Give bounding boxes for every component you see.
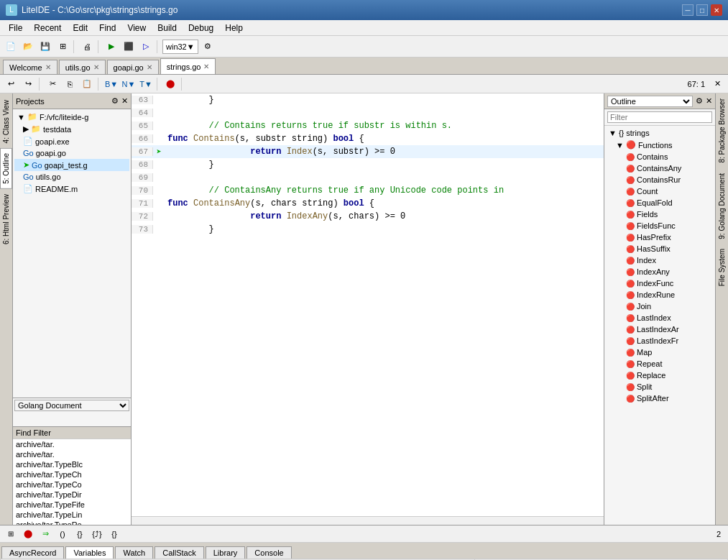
line-content[interactable]: return Index(s, substr) >= 0 (165, 147, 395, 157)
minimize-button[interactable]: ─ (682, 4, 694, 16)
find-item[interactable]: archive/tar.TypeBlc (13, 459, 131, 469)
project-settings-icon[interactable]: ⚙ (111, 96, 119, 106)
debug-tb-5[interactable]: {} (72, 526, 88, 542)
tree-testdata[interactable]: ▶ 📁 testdata (14, 123, 129, 135)
tab-close-3[interactable]: ✕ (203, 63, 209, 70)
outline-item[interactable]: 🔴 LastIndexAr (606, 323, 714, 335)
outline-item[interactable]: 🔴 Index (606, 254, 714, 266)
line-content[interactable]: } (165, 224, 214, 234)
menu-item-view[interactable]: View (121, 22, 152, 35)
tree-goapi-test[interactable]: ➤ Go goapi_test.g (14, 159, 129, 171)
outline-item[interactable]: 🔴 Replace (606, 369, 714, 381)
outline-item[interactable]: 🔴 IndexAny (606, 266, 714, 277)
code-button[interactable]: T▼ (138, 76, 154, 92)
tab-utils-go[interactable]: utils.go✕ (59, 60, 106, 74)
debug-tb-1[interactable]: ⊞ (3, 526, 19, 542)
debug-tab-console[interactable]: Console (246, 546, 291, 559)
outline-dropdown[interactable]: Outline (607, 96, 693, 107)
horizontal-scrollbar[interactable] (132, 516, 604, 525)
open-button[interactable]: 📂 (20, 39, 36, 55)
tab-strings-go[interactable]: strings.go✕ (160, 58, 216, 74)
outline-root[interactable]: ▼ {} strings (606, 127, 714, 139)
debug-stop-button[interactable]: ⬤ (162, 76, 178, 92)
line-content[interactable]: } (165, 95, 214, 105)
outline-item[interactable]: 🔴 ContainsRur (606, 174, 714, 185)
menu-item-edit[interactable]: Edit (67, 22, 93, 35)
line-content[interactable]: // ContainsAny returns true if any Unico… (165, 185, 504, 196)
menu-item-debug[interactable]: Debug (183, 22, 219, 35)
side-tab-class-view[interactable]: 4: Class View (0, 95, 12, 148)
debug-tab-asyncrecord[interactable]: AsyncRecord (1, 546, 64, 559)
outline-item[interactable]: 🔴 SplitAfter (606, 393, 714, 404)
copy-button[interactable]: ⎘ (62, 76, 78, 92)
find-item[interactable]: archive/tar. (13, 439, 131, 449)
side-tab-outline[interactable]: 5: Outline (0, 148, 12, 189)
tab-close-1[interactable]: ✕ (93, 63, 99, 71)
saveall-button[interactable]: ⊞ (55, 39, 70, 55)
target-settings-button[interactable]: ⚙ (200, 39, 216, 55)
menu-item-help[interactable]: Help (219, 22, 249, 35)
find-item[interactable]: archive/tar. (13, 449, 131, 459)
find-item[interactable]: archive/tar.TypeFife (13, 500, 131, 510)
menu-item-file[interactable]: File (3, 22, 28, 35)
undo-button[interactable]: ↩ (3, 76, 19, 92)
paste-button[interactable]: 📋 (79, 76, 95, 92)
outline-item[interactable]: 🔴 Fields (606, 208, 714, 220)
outline-item[interactable]: 🔴 LastIndexFr (606, 335, 714, 346)
tree-readme[interactable]: 📄 README.m (14, 183, 129, 195)
debug-tab-watch[interactable]: Watch (115, 546, 153, 559)
debug-tb-4[interactable]: () (55, 526, 70, 542)
debug-tb-7[interactable]: {} (106, 526, 122, 542)
maximize-button[interactable]: □ (696, 4, 708, 16)
find-item[interactable]: archive/tar.TypeLin (13, 510, 131, 520)
outline-item[interactable]: 🔴 Count (606, 185, 714, 197)
project-close-icon[interactable]: ✕ (121, 96, 128, 106)
outline-item[interactable]: 🔴 ContainsAny (606, 162, 714, 174)
tree-utils-go[interactable]: Go utils.go (14, 171, 129, 183)
outline-item[interactable]: 🔴 LastIndex (606, 312, 714, 323)
line-content[interactable]: func ContainsAny(s, chars string) bool { (165, 198, 374, 208)
side-tab-golang-doc[interactable]: 9: Golang Document (716, 168, 728, 244)
debug-tab-callstack[interactable]: CallStack (155, 546, 203, 559)
lang-select[interactable]: Golang Document (14, 400, 129, 411)
code-editor[interactable]: 63 }6465 // Contains returns true if sub… (132, 93, 604, 516)
find-item[interactable]: archive/tar.TypeDir (13, 490, 131, 500)
outline-filter-input[interactable] (607, 111, 712, 123)
close-editor-button[interactable]: ✕ (709, 76, 725, 92)
stop-button[interactable]: ⬛ (121, 39, 137, 55)
run-button[interactable]: ▷ (138, 39, 154, 55)
side-tab-html-preview[interactable]: 6: Html Preview (0, 189, 12, 249)
outline-functions-group[interactable]: ▼ 🔴 Functions (606, 139, 714, 151)
debug-tb-2[interactable]: ⬤ (20, 526, 36, 542)
outline-item[interactable]: 🔴 Contains (606, 151, 714, 162)
side-tab-package-browser[interactable]: 8: Package Browser (716, 93, 728, 168)
outline-item[interactable]: 🔴 HasPrefix (606, 231, 714, 243)
tab-goapi-go[interactable]: goapi.go✕ (107, 60, 159, 74)
find-item[interactable]: archive/tar.TypeCo (13, 479, 131, 490)
target-dropdown[interactable]: win32 ▼ (162, 40, 198, 54)
find-item[interactable]: archive/tar.TypeCh (13, 469, 131, 479)
tree-goapi-exe[interactable]: 📄 goapi.exe (14, 135, 129, 147)
line-content[interactable]: } (165, 160, 214, 170)
bookmark-button[interactable]: B▼ (103, 76, 119, 92)
tree-root[interactable]: ▼ 📁 F:/vfc/liteide-g (14, 111, 129, 123)
outline-settings-icon[interactable]: ⚙ (696, 96, 703, 106)
line-content[interactable]: // Contains returns true if substr is wi… (165, 121, 452, 131)
build-button[interactable]: ▶ (103, 39, 119, 55)
outline-item[interactable]: 🔴 IndexRune (606, 289, 714, 300)
tab-close-0[interactable]: ✕ (45, 63, 51, 71)
outline-close-icon[interactable]: ✕ (706, 96, 712, 106)
outline-item[interactable]: 🔴 Repeat (606, 358, 714, 369)
close-button[interactable]: ✕ (711, 4, 722, 16)
outline-item[interactable]: 🔴 IndexFunc (606, 277, 714, 289)
outline-item[interactable]: 🔴 Split (606, 381, 714, 393)
side-tab-file-system[interactable]: File System (716, 244, 728, 291)
menu-item-find[interactable]: Find (93, 22, 121, 35)
cut-button[interactable]: ✂ (45, 76, 60, 92)
menu-item-recent[interactable]: Recent (28, 22, 67, 35)
line-content[interactable]: return IndexAny(s, chars) >= 0 (165, 211, 405, 221)
debug-tab-variables[interactable]: Variables (65, 546, 114, 559)
debug-tb-6[interactable]: {⤴} (89, 526, 105, 542)
new-button[interactable]: 📄 (3, 39, 19, 55)
menu-item-build[interactable]: Build (152, 22, 183, 35)
